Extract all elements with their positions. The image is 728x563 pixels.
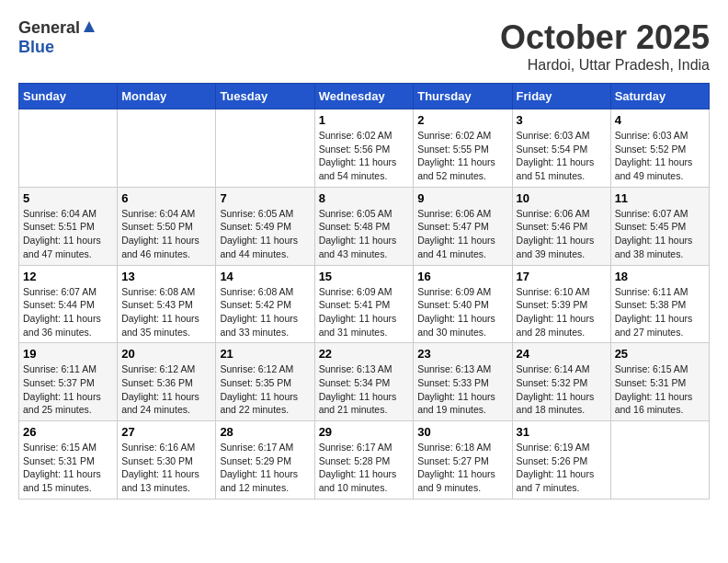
header-sunday: Sunday — [19, 84, 118, 109]
header-tuesday: Tuesday — [216, 84, 314, 109]
day-number: 1 — [319, 113, 410, 127]
day-cell: 6Sunrise: 6:04 AMSunset: 5:50 PMDaylight… — [118, 187, 216, 265]
day-cell: 15Sunrise: 6:09 AMSunset: 5:41 PMDayligh… — [314, 265, 414, 343]
day-cell: 24Sunrise: 6:14 AMSunset: 5:32 PMDayligh… — [512, 343, 610, 421]
header-thursday: Thursday — [414, 84, 512, 109]
day-info: Sunrise: 6:15 AMSunset: 5:31 PMDaylight:… — [615, 362, 705, 417]
day-cell: 23Sunrise: 6:13 AMSunset: 5:33 PMDayligh… — [414, 343, 512, 421]
svg-marker-0 — [84, 21, 95, 32]
day-number: 2 — [417, 113, 507, 127]
day-info: Sunrise: 6:08 AMSunset: 5:42 PMDaylight:… — [220, 285, 310, 339]
day-number: 5 — [23, 191, 113, 205]
header-monday: Monday — [118, 84, 216, 109]
day-number: 26 — [23, 425, 113, 439]
day-number: 17 — [517, 270, 607, 283]
day-info: Sunrise: 6:14 AMSunset: 5:32 PMDaylight:… — [517, 362, 607, 417]
day-info: Sunrise: 6:07 AMSunset: 5:45 PMDaylight:… — [615, 207, 705, 261]
day-number: 22 — [319, 347, 410, 361]
day-info: Sunrise: 6:03 AMSunset: 5:52 PMDaylight:… — [615, 129, 705, 183]
day-number: 28 — [220, 425, 310, 439]
day-cell: 12Sunrise: 6:07 AMSunset: 5:44 PMDayligh… — [19, 265, 118, 343]
day-info: Sunrise: 6:11 AMSunset: 5:38 PMDaylight:… — [615, 285, 705, 339]
day-info: Sunrise: 6:18 AMSunset: 5:27 PMDaylight:… — [417, 441, 507, 495]
day-number: 4 — [615, 113, 705, 127]
week-row-3: 19Sunrise: 6:11 AMSunset: 5:37 PMDayligh… — [19, 343, 710, 421]
day-cell: 31Sunrise: 6:19 AMSunset: 5:26 PMDayligh… — [512, 421, 610, 500]
day-cell: 21Sunrise: 6:12 AMSunset: 5:35 PMDayligh… — [216, 343, 314, 421]
day-cell: 22Sunrise: 6:13 AMSunset: 5:34 PMDayligh… — [314, 343, 414, 421]
day-cell: 7Sunrise: 6:05 AMSunset: 5:49 PMDaylight… — [216, 187, 314, 265]
day-cell: 11Sunrise: 6:07 AMSunset: 5:45 PMDayligh… — [610, 187, 709, 265]
day-cell: 8Sunrise: 6:05 AMSunset: 5:48 PMDaylight… — [314, 187, 414, 265]
day-cell: 29Sunrise: 6:17 AMSunset: 5:28 PMDayligh… — [314, 421, 414, 500]
day-info: Sunrise: 6:02 AMSunset: 5:55 PMDaylight:… — [417, 129, 507, 183]
header-saturday: Saturday — [610, 84, 709, 109]
day-number: 29 — [319, 425, 410, 439]
day-info: Sunrise: 6:13 AMSunset: 5:33 PMDaylight:… — [417, 362, 507, 417]
logo: General Blue — [18, 18, 97, 57]
day-cell: 20Sunrise: 6:12 AMSunset: 5:36 PMDayligh… — [118, 343, 216, 421]
day-number: 6 — [121, 191, 211, 205]
day-number: 16 — [417, 270, 507, 283]
day-number: 25 — [615, 347, 705, 361]
header-wednesday: Wednesday — [314, 84, 414, 109]
day-info: Sunrise: 6:06 AMSunset: 5:46 PMDaylight:… — [517, 207, 607, 261]
day-info: Sunrise: 6:04 AMSunset: 5:50 PMDaylight:… — [121, 207, 211, 261]
logo-icon — [82, 19, 97, 34]
day-cell: 30Sunrise: 6:18 AMSunset: 5:27 PMDayligh… — [414, 421, 512, 500]
day-info: Sunrise: 6:05 AMSunset: 5:49 PMDaylight:… — [220, 207, 310, 261]
day-info: Sunrise: 6:03 AMSunset: 5:54 PMDaylight:… — [517, 129, 607, 183]
day-cell — [118, 109, 216, 188]
day-info: Sunrise: 6:04 AMSunset: 5:51 PMDaylight:… — [23, 207, 113, 261]
logo-general: General — [18, 18, 80, 38]
day-number: 27 — [121, 425, 211, 439]
logo-blue: Blue — [18, 38, 54, 56]
day-number: 11 — [615, 191, 705, 205]
day-info: Sunrise: 6:08 AMSunset: 5:43 PMDaylight:… — [121, 285, 211, 339]
day-cell: 19Sunrise: 6:11 AMSunset: 5:37 PMDayligh… — [19, 343, 118, 421]
day-number: 13 — [121, 270, 211, 283]
day-cell: 4Sunrise: 6:03 AMSunset: 5:52 PMDaylight… — [610, 109, 709, 188]
day-info: Sunrise: 6:11 AMSunset: 5:37 PMDaylight:… — [23, 362, 113, 417]
day-info: Sunrise: 6:06 AMSunset: 5:47 PMDaylight:… — [417, 207, 507, 261]
day-cell: 10Sunrise: 6:06 AMSunset: 5:46 PMDayligh… — [512, 187, 610, 265]
day-info: Sunrise: 6:09 AMSunset: 5:40 PMDaylight:… — [417, 285, 507, 339]
calendar-header-row: SundayMondayTuesdayWednesdayThursdayFrid… — [19, 84, 710, 109]
day-cell — [610, 421, 709, 500]
day-cell: 26Sunrise: 6:15 AMSunset: 5:31 PMDayligh… — [19, 421, 118, 500]
header-friday: Friday — [512, 84, 610, 109]
day-info: Sunrise: 6:19 AMSunset: 5:26 PMDaylight:… — [517, 441, 607, 495]
day-number: 31 — [517, 425, 607, 439]
day-cell: 9Sunrise: 6:06 AMSunset: 5:47 PMDaylight… — [414, 187, 512, 265]
day-number: 23 — [417, 347, 507, 361]
day-cell: 16Sunrise: 6:09 AMSunset: 5:40 PMDayligh… — [414, 265, 512, 343]
day-number: 30 — [417, 425, 507, 439]
day-number: 14 — [220, 270, 310, 283]
day-cell: 27Sunrise: 6:16 AMSunset: 5:30 PMDayligh… — [118, 421, 216, 500]
day-number: 12 — [23, 270, 113, 283]
day-number: 15 — [319, 270, 410, 283]
day-cell: 3Sunrise: 6:03 AMSunset: 5:54 PMDaylight… — [512, 109, 610, 188]
day-info: Sunrise: 6:07 AMSunset: 5:44 PMDaylight:… — [23, 285, 113, 339]
week-row-2: 12Sunrise: 6:07 AMSunset: 5:44 PMDayligh… — [19, 265, 710, 343]
day-cell: 28Sunrise: 6:17 AMSunset: 5:29 PMDayligh… — [216, 421, 314, 500]
day-number: 10 — [517, 191, 607, 205]
day-info: Sunrise: 6:10 AMSunset: 5:39 PMDaylight:… — [517, 285, 607, 339]
day-cell — [216, 109, 314, 188]
day-info: Sunrise: 6:05 AMSunset: 5:48 PMDaylight:… — [319, 207, 410, 261]
day-number: 9 — [417, 191, 507, 205]
week-row-4: 26Sunrise: 6:15 AMSunset: 5:31 PMDayligh… — [19, 421, 710, 500]
day-cell: 5Sunrise: 6:04 AMSunset: 5:51 PMDaylight… — [19, 187, 118, 265]
day-number: 7 — [220, 191, 310, 205]
week-row-1: 5Sunrise: 6:04 AMSunset: 5:51 PMDaylight… — [19, 187, 710, 265]
day-info: Sunrise: 6:09 AMSunset: 5:41 PMDaylight:… — [319, 285, 410, 339]
day-number: 18 — [615, 270, 705, 283]
day-cell — [19, 109, 118, 188]
day-number: 21 — [220, 347, 310, 361]
title-area: October 2025 Hardoi, Uttar Pradesh, Indi… — [500, 18, 710, 74]
location-title: Hardoi, Uttar Pradesh, India — [500, 57, 710, 74]
week-row-0: 1Sunrise: 6:02 AMSunset: 5:56 PMDaylight… — [19, 109, 710, 188]
day-cell: 1Sunrise: 6:02 AMSunset: 5:56 PMDaylight… — [314, 109, 414, 188]
day-cell: 18Sunrise: 6:11 AMSunset: 5:38 PMDayligh… — [610, 265, 709, 343]
day-cell: 25Sunrise: 6:15 AMSunset: 5:31 PMDayligh… — [610, 343, 709, 421]
